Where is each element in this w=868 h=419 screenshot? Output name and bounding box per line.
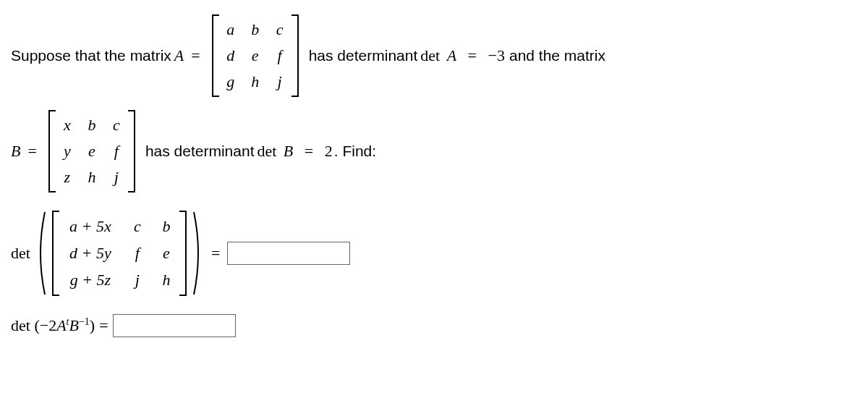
- problem-line-2: B = x b c y e f z h j has determinant de…: [11, 110, 857, 192]
- det-label: det: [257, 142, 276, 160]
- bracket-right-icon: [128, 110, 135, 192]
- text-has-det-A: has determinant: [309, 47, 418, 64]
- bracket-right-icon: [292, 14, 299, 97]
- det-var: B: [284, 142, 293, 160]
- cell: b: [159, 217, 174, 236]
- det-A-expression: det A = −3: [420, 46, 505, 65]
- cell: y: [61, 142, 73, 161]
- matrix-A: a b c d e f g h j: [212, 14, 299, 97]
- var-A: A: [174, 46, 184, 65]
- cell: a + 5x: [65, 217, 116, 236]
- cell: e: [250, 46, 261, 65]
- cell: c: [111, 116, 122, 135]
- cell: f: [130, 244, 145, 263]
- matrix-C: a + 5x c b d + 5y f e g + 5z j h: [52, 211, 187, 296]
- equals-1: =: [191, 46, 200, 65]
- text-has-det-B: has determinant: [145, 143, 255, 160]
- var-B: B: [11, 142, 20, 161]
- answer-input-1[interactable]: [227, 242, 350, 265]
- cell: h: [159, 271, 174, 289]
- det-B-expression: det B = 2: [257, 142, 332, 161]
- matrix-B-body: x b c y e f z h j: [56, 110, 128, 192]
- det-expression-2: det (−2AtB−1): [11, 316, 95, 335]
- matrix-C-body: a + 5x c b d + 5y f e g + 5z j h: [59, 211, 179, 296]
- matrix-B: x b c y e f z h j: [48, 110, 135, 192]
- bracket-left-icon: [52, 211, 59, 296]
- cell: j: [130, 271, 145, 289]
- cell: e: [86, 142, 98, 161]
- bracket-right-icon: [179, 211, 187, 296]
- paren-group: a + 5x c b d + 5y f e g + 5z j h: [35, 211, 204, 296]
- cell: f: [111, 142, 122, 161]
- paren-open: (: [34, 316, 39, 334]
- cell: g: [225, 72, 237, 91]
- cell: b: [250, 20, 261, 39]
- cell: b: [86, 116, 98, 135]
- cell: e: [159, 244, 174, 263]
- equals: =: [468, 46, 477, 64]
- paren-left-icon: [35, 211, 48, 296]
- cell: z: [61, 168, 73, 187]
- text-suppose: Suppose that the matrix: [11, 47, 171, 64]
- cell: j: [111, 168, 122, 187]
- cell: d + 5y: [65, 244, 116, 263]
- matrix-A-body: a b c d e f g h j: [219, 14, 292, 97]
- det-val: 2: [325, 142, 333, 160]
- cell: h: [250, 72, 261, 91]
- cell: d: [225, 46, 237, 65]
- det-val: −3: [488, 46, 505, 64]
- inverse-sup: −1: [79, 316, 90, 327]
- det-label: det: [420, 46, 440, 64]
- var-A2: A: [56, 316, 66, 334]
- cell: g + 5z: [65, 271, 116, 289]
- cell: x: [61, 116, 73, 135]
- var-B2: B: [69, 316, 78, 334]
- problem-line-1: Suppose that the matrix A = a b c d e f …: [11, 14, 857, 97]
- neg2: −2: [40, 316, 56, 334]
- paren-close: ): [90, 316, 95, 334]
- cell: c: [274, 20, 286, 39]
- equals: =: [305, 142, 313, 160]
- equals-q1: =: [211, 244, 220, 263]
- answer-input-2[interactable]: [113, 314, 236, 337]
- equals-2: =: [27, 142, 36, 161]
- cell: h: [86, 168, 98, 187]
- det-label: det: [11, 316, 30, 334]
- cell: f: [274, 46, 286, 65]
- text-find: . Find:: [334, 143, 376, 160]
- cell: j: [274, 72, 286, 91]
- question-line-2: det (−2AtB−1) =: [11, 314, 857, 337]
- text-and-matrix: and the matrix: [509, 47, 605, 64]
- bracket-left-icon: [212, 14, 219, 97]
- question-line-1: det a + 5x c b d + 5y f e g + 5z j h =: [11, 211, 857, 296]
- det-var: A: [447, 46, 456, 64]
- cell: c: [130, 217, 145, 236]
- det-label-q1: det: [11, 244, 30, 263]
- bracket-left-icon: [48, 110, 56, 192]
- cell: a: [225, 20, 237, 39]
- equals-q2: =: [99, 316, 108, 335]
- paren-right-icon: [191, 211, 204, 296]
